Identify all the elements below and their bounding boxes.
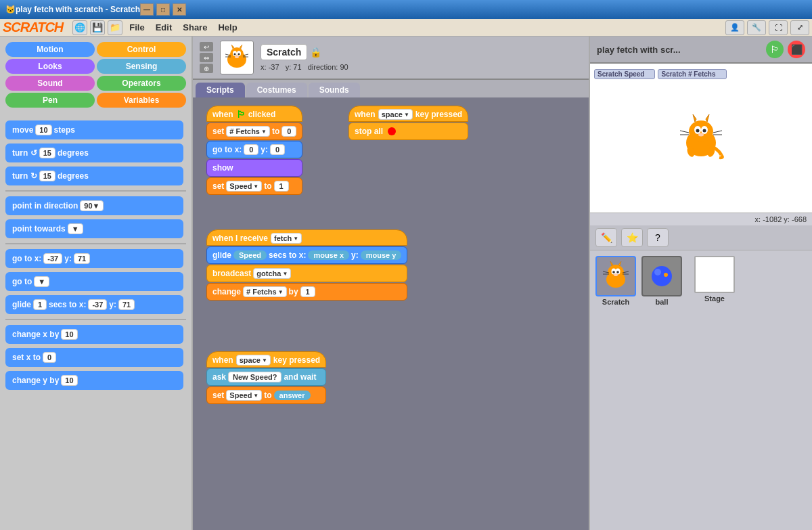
block-change-y-val[interactable]: 10 <box>61 375 77 386</box>
lock-icon[interactable]: 🔒 <box>310 47 321 58</box>
input-new-speed[interactable]: New Speed? <box>228 372 281 382</box>
sprite-thumb-scratch[interactable] <box>595 256 636 296</box>
svg-marker-11 <box>231 45 234 49</box>
category-looks[interactable]: Looks <box>5 59 95 74</box>
block-change-y[interactable]: change y by 10 <box>5 371 183 390</box>
block-point-direction[interactable]: point in direction 90▼ <box>5 196 183 215</box>
dd-fetch[interactable]: fetch <box>271 233 302 244</box>
minimize-button[interactable]: — <box>140 3 154 16</box>
script-group-4: when space key pressed ask New Speed? an… <box>206 351 326 405</box>
dd-space-2[interactable]: space <box>236 355 271 366</box>
category-sound[interactable]: Sound <box>5 76 95 91</box>
block-turn-left-input[interactable]: 15 <box>39 148 55 158</box>
block-goto-dropdown[interactable]: go to ▼ <box>5 272 183 291</box>
block-glide-secs[interactable]: 1 <box>33 299 47 310</box>
block-when-space-pressed[interactable]: when space key pressed <box>348 106 468 122</box>
dd-speed-2[interactable]: Speed <box>226 390 262 401</box>
block-towards-dropdown[interactable]: ▼ <box>68 223 83 234</box>
block-when-flag-clicked[interactable]: when 🏳 clicked <box>206 106 302 122</box>
dd-fetchs-1[interactable]: # Fetchs <box>226 126 270 137</box>
block-set-speed[interactable]: set Speed to 1 <box>206 177 302 195</box>
input-x-0[interactable]: 0 <box>244 144 258 155</box>
paint-tool[interactable]: ✏️ <box>595 228 617 247</box>
block-change-x-val[interactable]: 10 <box>61 329 77 340</box>
oval-speed[interactable]: Speed <box>233 250 267 260</box>
dd-speed-1[interactable]: Speed <box>226 181 262 192</box>
block-goto-xy[interactable]: go to x: -37 y: 71 <box>5 249 183 268</box>
user-icon[interactable]: 👤 <box>725 20 744 35</box>
block-ask-new-speed[interactable]: ask New Speed? and wait <box>206 368 326 386</box>
block-show[interactable]: show <box>206 159 302 177</box>
stop-button[interactable]: ⬛ <box>788 41 805 58</box>
menu-edit[interactable]: Edit <box>150 21 178 34</box>
menu-share[interactable]: Share <box>177 21 212 34</box>
block-set-fetchs[interactable]: set # Fetchs to 0 <box>206 123 302 140</box>
category-control[interactable]: Control <box>97 42 186 57</box>
block-glide-y[interactable]: 71 <box>118 299 135 310</box>
input-speed-1[interactable]: 1 <box>274 181 289 192</box>
block-move-input[interactable]: 10 <box>35 125 51 135</box>
block-glide[interactable]: glide 1 secs to x: -37 y: 71 <box>5 295 183 314</box>
save-icon[interactable]: 💾 <box>90 20 105 35</box>
nav-shrink[interactable]: ⊕ <box>200 64 213 73</box>
block-goto-xy-0-0[interactable]: go to x: 0 y: 0 <box>206 141 302 158</box>
tab-sounds[interactable]: Sounds <box>309 83 360 97</box>
block-turn-left[interactable]: turn ↺ 15 degrees <box>5 143 183 162</box>
block-direction-input[interactable]: 90▼ <box>80 200 104 211</box>
help-tool[interactable]: ? <box>647 228 669 247</box>
block-glide-x[interactable]: -37 <box>88 299 107 310</box>
block-goto-x[interactable]: -37 <box>43 253 62 264</box>
block-stop-all[interactable]: stop all <box>348 123 468 140</box>
dd-fetchs-2[interactable]: # Fetchs <box>243 286 287 297</box>
sprite-name[interactable]: Scratch <box>261 44 307 60</box>
nav-resize[interactable]: ⇔ <box>200 53 213 62</box>
category-sensing[interactable]: Sensing <box>97 59 186 74</box>
globe-icon[interactable]: 🌐 <box>72 20 87 35</box>
sprite-thumb-ball[interactable] <box>641 256 682 296</box>
category-pen[interactable]: Pen <box>5 93 95 108</box>
block-change-x[interactable]: change x by 10 <box>5 325 183 344</box>
menu-file[interactable]: File <box>124 21 150 34</box>
block-broadcast-gotcha[interactable]: broadcast gotcha <box>206 265 407 282</box>
menu-help[interactable]: Help <box>212 21 242 34</box>
category-operators[interactable]: Operators <box>97 76 186 91</box>
block-goto-dd[interactable]: ▼ <box>34 276 49 287</box>
dd-gotcha[interactable]: gotcha <box>253 268 291 279</box>
folder-icon[interactable]: 📁 <box>108 20 122 35</box>
input-zero-1[interactable]: 0 <box>281 126 296 137</box>
block-goto-y[interactable]: 71 <box>74 253 90 264</box>
wrench-icon[interactable]: 🔧 <box>747 20 766 35</box>
close-button[interactable]: ✕ <box>173 3 186 16</box>
block-glide-speed[interactable]: glide Speed secs to x: mouse x y: mouse … <box>206 246 407 264</box>
block-point-towards[interactable]: point towards ▼ <box>5 219 183 238</box>
nav-undo[interactable]: ↩ <box>200 42 213 51</box>
tab-costumes[interactable]: Costumes <box>246 83 307 97</box>
oval-answer[interactable]: answer <box>274 391 311 400</box>
input-one-2[interactable]: 1 <box>300 286 315 297</box>
block-set-x-val[interactable]: 0 <box>43 352 56 363</box>
maximize-button[interactable]: □ <box>156 3 170 16</box>
block-set-x[interactable]: set x to 0 <box>5 348 183 367</box>
oval-mousex[interactable]: mouse x <box>308 250 349 260</box>
stage-thumb[interactable] <box>694 256 735 293</box>
category-variables[interactable]: Variables <box>97 93 186 108</box>
block-turn-right-input[interactable]: 15 <box>39 171 55 181</box>
star-tool[interactable]: ⭐ <box>621 228 643 247</box>
input-y-0[interactable]: 0 <box>270 144 285 155</box>
scripts-area[interactable]: when 🏳 clicked set # Fetchs to 0 go to x… <box>193 97 589 530</box>
block-change-fetchs[interactable]: change # Fetchs by 1 <box>206 283 407 301</box>
block-when-receive-fetch[interactable]: when I receive fetch <box>206 229 407 246</box>
dd-space-1[interactable]: space <box>378 109 413 120</box>
block-set-speed-answer[interactable]: set Speed to answer <box>206 387 326 404</box>
tab-scripts[interactable]: Scripts <box>196 83 245 97</box>
block-move-steps[interactable]: move 10 steps <box>5 120 183 139</box>
sprite-tools: ✏️ ⭐ ? <box>590 225 812 250</box>
green-flag-button[interactable]: 🏳 <box>766 41 784 58</box>
fullscreen-icon[interactable]: ⛶ <box>769 20 788 35</box>
expand-icon[interactable]: ⤢ <box>790 20 809 35</box>
stage-area[interactable]: Scratch Speed Scratch # Fetchs <box>590 64 812 213</box>
category-motion[interactable]: Motion <box>5 42 95 57</box>
block-when-space-pressed-2[interactable]: when space key pressed <box>206 351 326 368</box>
block-turn-right[interactable]: turn ↻ 15 degrees <box>5 167 183 185</box>
oval-mousey[interactable]: mouse y <box>361 250 402 260</box>
